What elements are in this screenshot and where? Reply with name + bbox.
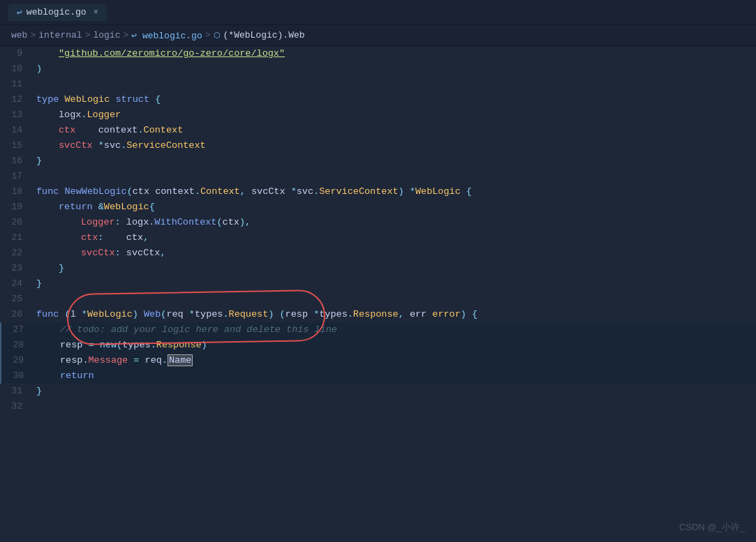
breadcrumb-file[interactable]: ↩ weblogic.go [131, 30, 202, 41]
code-line-32: 32 [0, 399, 756, 414]
code-line-31: 31 } [0, 384, 756, 399]
code-line-18: 18 func NewWebLogic(ctx context.Context,… [0, 184, 756, 200]
breadcrumb-sep-2: > [85, 30, 91, 40]
breadcrumb-method[interactable]: (*WebLogic).Web [223, 30, 305, 40]
code-line-10: 10 ) [0, 61, 756, 77]
code-line-9: 9 "github.com/zeromicro/go-zero/core/log… [0, 46, 756, 61]
watermark: CSDN @_小许_ [679, 521, 745, 534]
code-line-17: 17 [0, 169, 756, 184]
code-line-11: 11 [0, 77, 756, 92]
code-line-20: 20 Logger: logx.WithContext(ctx), [0, 215, 756, 230]
code-line-15: 15 svcCtx *svc.ServiceContext [0, 138, 756, 153]
code-line-28: 28 resp = new(types.Response) [0, 338, 756, 353]
go-file-icon: ↩ [17, 7, 22, 18]
title-bar: ↩ weblogic.go × [0, 0, 756, 25]
code-line-16: 16 } [0, 153, 756, 169]
breadcrumb-web[interactable]: web [11, 30, 27, 40]
code-line-23: 23 } [0, 261, 756, 276]
breadcrumb-internal[interactable]: internal [38, 30, 82, 40]
code-line-12: 12 type WebLogic struct { [0, 92, 756, 107]
code-line-21: 21 ctx: ctx, [0, 230, 756, 246]
breadcrumb-sep-1: > [30, 30, 36, 40]
code-line-19: 19 return &WebLogic{ [0, 200, 756, 215]
code-line-30: 30 return [0, 368, 756, 384]
code-line-26: 26 func (l *WebLogic) Web(req *types.Req… [0, 307, 756, 322]
breadcrumb-sep-3: > [123, 30, 128, 40]
code-line-24: 24 } [0, 276, 756, 292]
breadcrumb: web > internal > logic > ↩ weblogic.go >… [0, 25, 756, 46]
tab-label: weblogic.go [27, 7, 87, 17]
breadcrumb-logic[interactable]: logic [93, 30, 120, 40]
breadcrumb-sep-4: > [205, 30, 211, 40]
code-line-14: 14 ctx context.Context [0, 123, 756, 138]
code-line-27: 27 // todo: add your logic here and dele… [0, 322, 756, 338]
breadcrumb-cube-icon: ⬡ [214, 31, 221, 40]
tab-close-button[interactable]: × [94, 8, 98, 17]
editor-tab[interactable]: ↩ weblogic.go × [8, 4, 107, 21]
code-line-22: 22 svcCtx: svcCtx, [0, 246, 756, 261]
code-editor[interactable]: 9 "github.com/zeromicro/go-zero/core/log… [0, 46, 756, 542]
code-line-25: 25 [0, 292, 756, 307]
code-line-29: 29 resp.Message = req.Name [0, 353, 756, 368]
code-line-13: 13 logx.Logger [0, 107, 756, 123]
